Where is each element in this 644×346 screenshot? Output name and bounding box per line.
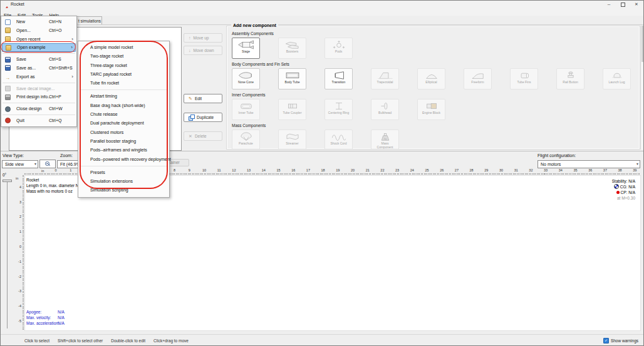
magnifier-minus-icon — [45, 161, 50, 166]
component-panel-scrollbar[interactable] — [640, 26, 644, 150]
status-hint: Double-click to edit — [111, 338, 145, 343]
component-button-body-tube[interactable]: Body Tube — [278, 68, 306, 89]
flight-stat-label: Apogee: — [26, 309, 58, 315]
example-menu-item-presets[interactable]: Presets — [78, 168, 169, 177]
example-menu-item-pods-airframes-and-winglets[interactable]: Pods--airframes and winglets — [78, 146, 169, 155]
window-title: Rocket — [11, 1, 24, 8]
section-label-0: Assembly Components — [232, 31, 274, 36]
component-button-launch-lug: Launch Lug — [603, 68, 631, 89]
example-menu-item-chute-release[interactable]: Chute release — [78, 110, 169, 119]
example-menu-item-two-stage-rocket[interactable]: Two-stage rocket — [78, 52, 169, 61]
arrow-down-icon: ↓ — [189, 48, 191, 53]
example-menu-item-tarc-payload-rocket[interactable]: TARC payload rocket — [78, 70, 169, 79]
ruler-number: 25 — [425, 168, 428, 172]
submenu-arrow-icon: › — [71, 43, 73, 52]
freeform-fin-icon — [464, 69, 491, 81]
menu-separator — [80, 89, 168, 90]
menu-item-label: Open recent — [16, 37, 41, 41]
ruler-number: 10 — [202, 168, 206, 172]
menu-item-shortcut: Ctrl+Shift+S — [49, 64, 73, 73]
nose-cone-icon — [232, 69, 259, 81]
status-bar: Click to selectShift+click to select oth… — [1, 334, 643, 346]
example-menu-item-a-simple-model-rocket[interactable]: A simple model rocket — [78, 43, 169, 52]
submenu-arrow-icon: › — [71, 35, 73, 44]
close-button[interactable] — [630, 1, 643, 8]
example-menu-item-pods-powered-with-recovery-deployment[interactable]: Pods--powered with recovery deployment — [78, 155, 169, 164]
example-menu-item-simulation-extensions[interactable]: Simulation extensions — [78, 177, 169, 186]
edit-button[interactable]: ✎Edit — [184, 94, 222, 103]
elliptical-fin-icon — [418, 69, 445, 81]
flight-stat-value: N/A — [58, 310, 65, 314]
component-button-transition[interactable]: Transition — [325, 68, 353, 89]
show-warnings-control[interactable]: ✓ Show warnings — [603, 338, 638, 343]
component-button-tube-fins: Tube Fins — [510, 68, 538, 89]
ruler-number: 26 — [440, 168, 444, 172]
view-type-label: View Type: — [3, 153, 24, 158]
ruler-number: -2 — [18, 275, 21, 278]
parachute-icon — [232, 130, 259, 142]
component-button-boosters: Boosters — [278, 38, 306, 59]
arrow-up-icon: ↑ — [189, 36, 191, 40]
file-menu-item-save[interactable]: SaveCtrl+S — [1, 55, 76, 64]
file-menu-item-save-decal-image[interactable]: Save decal image... — [1, 84, 76, 93]
example-menu-item-clustered-motors[interactable]: Clustered motors — [78, 128, 169, 137]
component-button-label: Mass Component — [371, 142, 398, 150]
example-menu-item-parallel-booster-staging[interactable]: Parallel booster staging — [78, 137, 169, 146]
ruler-number: 1 — [70, 168, 71, 172]
file-menu-item-open-example[interactable]: Open example› — [2, 43, 76, 52]
example-menu-item-dual-parachute-deployment[interactable]: Dual parachute deployment — [78, 119, 169, 128]
component-button-label: Elliptical — [418, 81, 445, 84]
rocket-figure-canvas[interactable]: RocketLength 0 in, max. diameter N/AMass… — [24, 175, 641, 331]
example-menu-item-three-stage-rocket[interactable]: Three-stage rocket — [78, 61, 169, 70]
zoom-out-button[interactable] — [39, 160, 56, 168]
example-menu-item-tube-fin-rocket[interactable]: Tube fin rocket — [78, 79, 169, 88]
shock-cord-icon — [325, 130, 352, 142]
inner-tube-icon — [232, 99, 259, 111]
duplicate-button[interactable]: Duplicate — [184, 113, 222, 122]
rotation-slider-track[interactable] — [7, 181, 8, 328]
flight-stat-label: Max. acceleration: — [26, 320, 58, 326]
menu-item-shortcut: Ctrl+N — [49, 18, 61, 26]
status-hint: Click+drag to move — [153, 338, 189, 343]
file-menu-item-open-recent[interactable]: Open recent› — [1, 35, 76, 44]
zoom-label: Zoom: — [60, 153, 73, 158]
menu-item-shortcut: Ctrl+P — [49, 93, 61, 101]
scrollbar-thumb[interactable] — [641, 26, 644, 62]
minimize-button[interactable] — [602, 1, 616, 8]
component-button-shock-cord: Shock Cord — [325, 130, 353, 150]
example-menu-item-base-drag-hack-short-wide[interactable]: Base drag hack (short-wide) — [78, 101, 169, 110]
stability-value: Stability: N/A — [612, 178, 635, 184]
component-button-stage[interactable]: Stage — [232, 38, 260, 59]
file-menu-item-close-design[interactable]: Close designCtrl+W — [1, 104, 76, 113]
file-menu-item-export-as[interactable]: Export as› — [1, 73, 76, 81]
example-menu-item-simulation-scripting[interactable]: Simulation scripting — [78, 186, 169, 195]
pods-icon — [325, 38, 352, 50]
checkbox-checked-icon[interactable]: ✓ — [603, 338, 609, 343]
file-menu-item-open[interactable]: Open...Ctrl+O — [1, 26, 76, 35]
ruler-number: 1 — [19, 230, 21, 233]
restore-button[interactable] — [616, 1, 630, 8]
example-menu-item-airstart-timing[interactable]: Airstart timing — [78, 92, 169, 101]
status-hints: Click to selectShift+click to select oth… — [24, 338, 197, 343]
file-menu-item-print-design-info[interactable]: Print design info...Ctrl+P — [1, 93, 76, 101]
ruler-number: 2 — [19, 215, 21, 218]
duplicate-icon — [189, 114, 194, 120]
component-button-nose-cone[interactable]: Nose Cone — [232, 68, 260, 89]
cg-icon — [614, 184, 619, 189]
component-button-centering-ring: Centering Ring — [325, 99, 353, 120]
flight-stat-value: N/A — [58, 315, 65, 320]
boosters-icon — [279, 38, 306, 50]
file-menu-item-quit[interactable]: QuitCtrl+Q — [1, 116, 76, 125]
component-button-label: Nose Cone — [232, 81, 259, 84]
open-example-icon — [6, 45, 11, 51]
mass-icon: kg — [371, 130, 398, 142]
file-menu-item-save-as[interactable]: Save as...Ctrl+Shift+S — [1, 64, 76, 73]
file-menu-item-new[interactable]: NewCtrl+N — [1, 18, 76, 26]
decal-image-icon — [5, 86, 11, 91]
component-button-label: Pods — [325, 50, 352, 54]
streamer-icon — [279, 130, 306, 142]
tab-flight-simulations-partial[interactable]: t simulations — [75, 16, 102, 24]
rotation-slider-handle[interactable] — [3, 180, 12, 182]
close-design-icon — [5, 106, 11, 112]
ruler-number: 22 — [380, 168, 384, 172]
